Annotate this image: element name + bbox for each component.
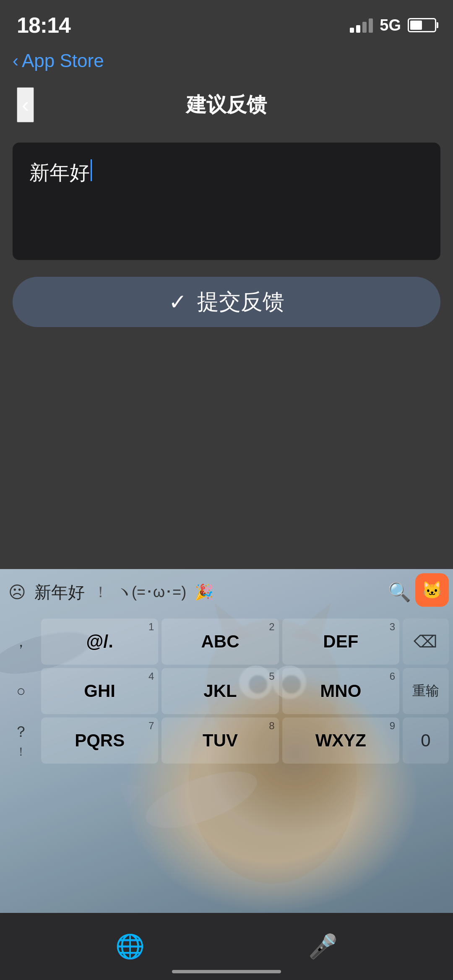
key-label-ghi: GHI [84,681,115,701]
status-bar: 18:14 5G [0,0,453,50]
empty-area [0,352,453,470]
signal-bars-icon [350,18,373,33]
system-bottom-bar: 🌐 🎤 [0,913,453,980]
key-number-8: 8 [269,720,274,732]
search-icon[interactable]: 🔍 [388,581,411,603]
suggestion-party-emoji[interactable]: 🎉 [195,583,213,601]
battery-icon [408,18,436,32]
key-label-jkl: JKL [203,681,237,701]
rewrite-button[interactable]: 重输 [403,668,449,714]
network-label: 5G [380,16,401,34]
key-comma[interactable]: ， [4,619,38,665]
key-label-at: @/. [86,632,113,652]
cat-keyboard-icon[interactable]: 🐱 [415,573,449,607]
submit-button[interactable]: ✓ 提交反馈 [13,277,440,327]
suggestion-text[interactable]: 新年好 [34,581,85,604]
backspace-button[interactable]: ⌫ [403,619,449,665]
key-wxyz[interactable]: 9 WXYZ [282,717,399,764]
keyboard-rows: ， 1 @/. 2 ABC 3 DEF ⌫ ○ 4 [0,615,453,934]
suggestion-emoji[interactable]: ☹ [8,582,26,602]
key-number-9: 9 [390,720,395,732]
suggestion-bar: ☹ 新年好 ！ ヽ(=･ω･=) 🎉 🔍 ✕ 🐱 [0,569,453,615]
key-zero[interactable]: 0 [403,717,449,764]
text-cursor [91,159,92,181]
key-label-tuv: TUV [203,730,238,751]
key-number-2: 2 [269,621,274,633]
key-label-pqrs: PQRS [75,730,125,751]
status-icons: 5G [350,16,436,34]
check-icon: ✓ [169,289,187,315]
microphone-icon[interactable]: 🎤 [308,933,338,960]
key-number-1: 1 [148,621,154,633]
key-jkl[interactable]: 5 JKL [161,668,279,714]
key-number-5: 5 [269,671,274,682]
key-number-4: 4 [148,671,154,682]
feedback-input-text[interactable]: 新年好 [29,159,424,186]
page-title: 建议反馈 [186,91,267,118]
key-circle[interactable]: ○ [4,668,38,714]
key-tuv[interactable]: 8 TUV [161,717,279,764]
main-content: 新年好 ✓ 提交反馈 [0,130,453,352]
key-at-slash-dot[interactable]: 1 @/. [41,619,158,665]
submit-label: 提交反馈 [197,287,284,317]
key-def[interactable]: 3 DEF [282,619,399,665]
feedback-text-value: 新年好 [29,159,90,186]
key-label-def: DEF [323,632,358,652]
nav-bar: ‹ 建议反馈 [0,80,453,130]
key-abc[interactable]: 2 ABC [161,619,279,665]
key-row-3: ？ ！ 7 PQRS 8 TUV 9 WXYZ 0 [4,717,449,764]
key-mno[interactable]: 6 MNO [282,668,399,714]
appstore-back-link[interactable]: ‹ App Store [0,50,453,80]
key-number-6: 6 [390,671,395,682]
key-row-1: ， 1 @/. 2 ABC 3 DEF ⌫ [4,619,449,665]
back-chevron-icon: ‹ [13,51,18,71]
key-label-abc: ABC [201,632,239,652]
suggestion-emoticon[interactable]: ヽ(=･ω･=) [117,582,186,603]
globe-icon[interactable]: 🌐 [115,933,145,960]
key-question: ？ ！ [4,717,38,764]
key-label-wxyz: WXYZ [315,730,366,751]
appstore-label: App Store [22,50,104,71]
key-pqrs[interactable]: 7 PQRS [41,717,158,764]
key-ghi[interactable]: 4 GHI [41,668,158,714]
key-label-mno: MNO [320,681,361,701]
home-indicator[interactable] [172,970,281,973]
key-row-2: ○ 4 GHI 5 JKL 6 MNO 重输 [4,668,449,714]
nav-back-button[interactable]: ‹ [17,87,34,122]
key-number-7: 7 [148,720,154,732]
status-time: 18:14 [17,13,70,38]
suggestion-sep1: ！ [93,582,108,603]
key-number-3: 3 [390,621,395,633]
feedback-textbox[interactable]: 新年好 [13,143,440,260]
